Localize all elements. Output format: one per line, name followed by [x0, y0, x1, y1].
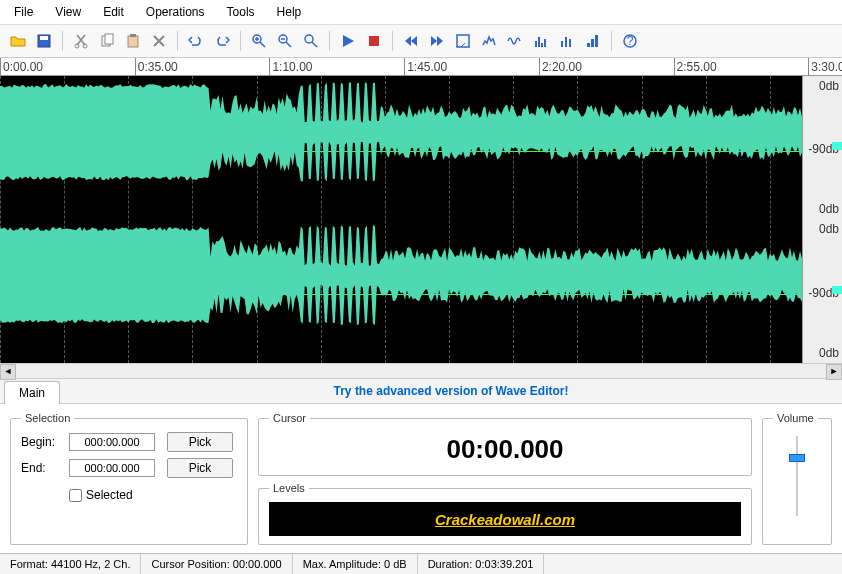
cursor-panel: Cursor 00:00.000: [258, 412, 752, 476]
status-cursor: Cursor Position: 00:00.000: [141, 554, 292, 574]
status-duration: Duration: 0:03:39.201: [418, 554, 545, 574]
ruler-tick: 1:10.00: [272, 60, 312, 74]
meter-button[interactable]: [581, 29, 605, 53]
spectrum-button[interactable]: [477, 29, 501, 53]
begin-label: Begin:: [21, 435, 61, 449]
end-label: End:: [21, 461, 61, 475]
db-label: 0db: [819, 202, 839, 216]
svg-point-10: [305, 35, 313, 43]
svg-rect-7: [130, 34, 136, 37]
begin-input[interactable]: [69, 433, 155, 451]
copy-button[interactable]: [95, 29, 119, 53]
db-label: 0db: [819, 79, 839, 93]
menu-bar: File View Edit Operations Tools Help: [0, 0, 842, 25]
db-label: 0db: [819, 222, 839, 236]
tab-bar: Main Try the advanced version of Wave Ed…: [0, 379, 842, 404]
menu-edit[interactable]: Edit: [93, 2, 134, 22]
levels-display: Crackeadowall.com: [269, 502, 741, 536]
pick-begin-button[interactable]: Pick: [167, 432, 233, 452]
forward-button[interactable]: [425, 29, 449, 53]
svg-rect-14: [565, 37, 567, 47]
time-ruler[interactable]: 0:00.00 0:35.00 1:10.00 1:45.00 2:20.00 …: [0, 58, 842, 76]
selected-label: Selected: [86, 488, 133, 502]
volume-slider[interactable]: [787, 436, 807, 516]
svg-rect-16: [587, 43, 590, 47]
menu-help[interactable]: Help: [267, 2, 312, 22]
bars-button[interactable]: [555, 29, 579, 53]
pick-end-button[interactable]: Pick: [167, 458, 233, 478]
svg-rect-13: [561, 41, 563, 47]
horizontal-scrollbar[interactable]: ◄ ►: [0, 363, 842, 379]
svg-rect-1: [40, 36, 48, 40]
svg-rect-17: [591, 39, 594, 47]
selection-panel: Selection Begin: Pick End: Pick Selected: [10, 412, 248, 545]
svg-rect-18: [595, 35, 598, 47]
cursor-legend: Cursor: [269, 412, 310, 424]
svg-rect-5: [105, 34, 113, 44]
delete-button[interactable]: [147, 29, 171, 53]
help-button[interactable]: ?: [618, 29, 642, 53]
ruler-tick: 3:30.00: [811, 60, 842, 74]
paste-button[interactable]: [121, 29, 145, 53]
redo-button[interactable]: [210, 29, 234, 53]
status-format: Format: 44100 Hz, 2 Ch.: [0, 554, 141, 574]
wave-button[interactable]: [503, 29, 527, 53]
waveform-left: [0, 82, 802, 182]
channel-right: [0, 225, 802, 363]
end-input[interactable]: [69, 459, 155, 477]
status-bar: Format: 44100 Hz, 2 Ch. Cursor Position:…: [0, 553, 842, 574]
menu-operations[interactable]: Operations: [136, 2, 215, 22]
panel-row: Selection Begin: Pick End: Pick Selected…: [0, 404, 842, 553]
svg-rect-15: [569, 39, 571, 47]
volume-panel: Volume: [762, 412, 832, 545]
menu-view[interactable]: View: [45, 2, 91, 22]
svg-rect-11: [369, 36, 379, 46]
record-button[interactable]: [362, 29, 386, 53]
status-amplitude: Max. Amplitude: 0 dB: [293, 554, 418, 574]
rewind-button[interactable]: [399, 29, 423, 53]
ruler-tick: 2:20.00: [542, 60, 582, 74]
ruler-tick: 0:35.00: [138, 60, 178, 74]
selection-legend: Selection: [21, 412, 74, 424]
db-scale: 0db -90db 0db 0db -90db 0db: [802, 76, 842, 363]
ruler-tick: 2:55.00: [677, 60, 717, 74]
waveform-right: [0, 225, 802, 325]
undo-button[interactable]: [184, 29, 208, 53]
levels-panel: Levels Crackeadowall.com: [258, 482, 752, 545]
cursor-value: 00:00.000: [269, 432, 741, 467]
ruler-tick: 0:00.00: [3, 60, 43, 74]
channel-left: [0, 82, 802, 220]
levels-legend: Levels: [269, 482, 309, 494]
scroll-left-icon[interactable]: ◄: [0, 364, 16, 380]
toolbar: ?: [0, 25, 842, 58]
zoom-out-button[interactable]: [273, 29, 297, 53]
volume-legend: Volume: [773, 412, 818, 424]
selected-checkbox[interactable]: [69, 489, 82, 502]
promo-link[interactable]: Try the advanced version of Wave Editor!: [60, 380, 842, 402]
open-button[interactable]: [6, 29, 30, 53]
svg-rect-6: [128, 36, 138, 47]
zoom-in-button[interactable]: [247, 29, 271, 53]
menu-tools[interactable]: Tools: [217, 2, 265, 22]
ruler-tick: 1:45.00: [407, 60, 447, 74]
svg-text:?: ?: [627, 34, 634, 48]
scroll-right-icon[interactable]: ►: [826, 364, 842, 380]
play-button[interactable]: [336, 29, 360, 53]
save-button[interactable]: [32, 29, 56, 53]
eq-button[interactable]: [529, 29, 553, 53]
volume-thumb[interactable]: [789, 454, 805, 462]
zoom-fit-button[interactable]: [299, 29, 323, 53]
tab-main[interactable]: Main: [4, 381, 60, 404]
cut-button[interactable]: [69, 29, 93, 53]
selection-button[interactable]: [451, 29, 475, 53]
waveform-area[interactable]: 0db -90db 0db 0db -90db 0db: [0, 76, 842, 363]
menu-file[interactable]: File: [4, 2, 43, 22]
db-label: 0db: [819, 346, 839, 360]
